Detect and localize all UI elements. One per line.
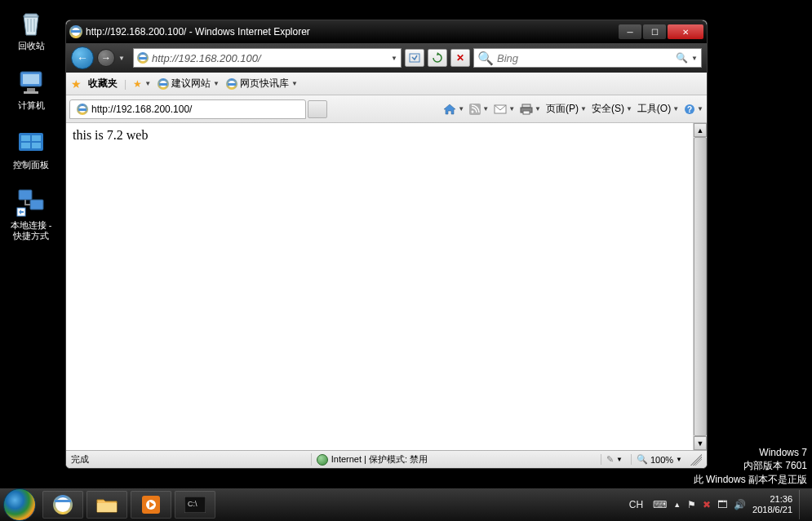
taskbar-cmd-button[interactable]: C:\: [175, 491, 215, 519]
read-mail-button[interactable]: ▼: [494, 104, 515, 114]
command-bar: ▼ ▼ ▼ ▼ 页面(P)▼ 安全(S)▼ 工具(O)▼ ?▼: [443, 102, 703, 116]
search-provider-dropdown[interactable]: ▼: [691, 55, 698, 62]
back-button[interactable]: ←: [71, 46, 94, 69]
ie-window: http://192.168.200.100/ - Windows Intern…: [65, 20, 708, 469]
network-tray-icon[interactable]: 🗔: [717, 499, 727, 510]
computer-icon[interactable]: 计算机: [7, 66, 55, 111]
search-go-button[interactable]: 🔍: [676, 52, 688, 64]
home-button[interactable]: ▼: [443, 104, 464, 115]
taskbar: C:\ CH ⌨ ▲ ⚑ ✖ 🗔 🔊 21:36 2018/6/21: [0, 488, 812, 521]
zoom-control[interactable]: 🔍100%▼: [631, 454, 682, 465]
slice-label: 网页快讯库: [240, 77, 289, 91]
protected-mode-button[interactable]: ✎▼: [601, 454, 623, 465]
security-warn-icon[interactable]: ✖: [703, 499, 711, 510]
add-favorite-button[interactable]: ★▼: [133, 78, 151, 90]
language-indicator[interactable]: CH: [626, 498, 646, 511]
ie-title-icon: [69, 25, 82, 38]
address-dropdown[interactable]: ▼: [391, 55, 397, 62]
svg-text:?: ?: [687, 105, 692, 114]
web-slice-link[interactable]: 网页快讯库▼: [226, 77, 298, 91]
address-favicon-icon: [137, 52, 149, 64]
ie-link-icon: [158, 78, 169, 90]
svg-rect-3: [24, 91, 38, 94]
svg-text:C:\: C:\: [188, 500, 197, 508]
suggested-sites-link[interactable]: 建议网站▼: [158, 77, 220, 91]
svg-rect-12: [410, 54, 419, 62]
nav-history-dropdown[interactable]: ▼: [118, 55, 125, 62]
svg-rect-18: [523, 111, 530, 114]
windows-watermark: Windows 7 内部版本 7601 此 Windows 副本不是正版: [694, 446, 807, 487]
forward-button[interactable]: →: [97, 49, 115, 67]
svg-point-14: [472, 110, 474, 113]
taskbar-explorer-button[interactable]: [87, 491, 127, 519]
compat-view-button[interactable]: [405, 49, 424, 67]
clock[interactable]: 21:36 2018/6/21: [752, 494, 792, 515]
status-text: 完成: [71, 453, 311, 466]
svg-rect-1: [23, 74, 39, 84]
search-bar[interactable]: 🔍 🔍 ▼: [473, 48, 702, 68]
computer-label: 计算机: [18, 100, 45, 111]
control-panel-label: 控制面板: [13, 160, 49, 170]
nav-toolbar: ← → ▼ ▼ ✕ 🔍 🔍 ▼: [66, 43, 707, 73]
vertical-scrollbar[interactable]: ▲ ▼: [693, 123, 707, 450]
volume-icon[interactable]: 🔊: [734, 499, 746, 510]
svg-rect-8: [32, 143, 41, 148]
svg-rect-9: [19, 190, 32, 200]
favorites-bar: ★ 收藏夹 | ★▼ 建议网站▼ 网页快讯库▼: [66, 73, 707, 95]
clock-time: 21:36: [752, 494, 792, 505]
system-tray: CH ⌨ ▲ ⚑ ✖ 🗔 🔊 21:36 2018/6/21: [626, 490, 812, 519]
feeds-button[interactable]: ▼: [469, 104, 489, 115]
scroll-thumb[interactable]: [694, 137, 707, 436]
internet-zone-icon: [317, 454, 328, 466]
new-tab-button[interactable]: [308, 100, 327, 118]
tab-bar: http://192.168.200.100/ ▼ ▼ ▼ ▼ 页面(P)▼ 安…: [66, 95, 707, 123]
address-bar[interactable]: ▼: [133, 48, 402, 68]
tab-favicon-icon: [77, 104, 88, 115]
action-center-icon[interactable]: ⚑: [687, 499, 696, 510]
clock-date: 2018/6/21: [752, 505, 792, 515]
stop-button[interactable]: ✕: [450, 49, 470, 67]
control-panel-icon[interactable]: 控制面板: [7, 126, 55, 170]
favorites-label[interactable]: 收藏夹: [88, 77, 118, 91]
tools-menu[interactable]: 工具(O)▼: [637, 102, 679, 116]
desktop-icons: 回收站 计算机 控制面板 本地连接 - 快捷方式: [7, 7, 55, 241]
start-button[interactable]: [3, 488, 36, 521]
help-button[interactable]: ?▼: [684, 104, 703, 115]
network-shortcut-icon[interactable]: 本地连接 - 快捷方式: [7, 186, 55, 241]
browser-tab[interactable]: http://192.168.200.100/: [69, 99, 306, 119]
os-genuine: 此 Windows 副本不是正版: [694, 473, 807, 487]
taskbar-ie-button[interactable]: [42, 491, 83, 519]
recycle-bin-icon[interactable]: 回收站: [7, 7, 55, 51]
svg-rect-2: [27, 88, 35, 91]
search-input[interactable]: [497, 52, 672, 64]
network-label: 本地连接 - 快捷方式: [7, 220, 55, 241]
zone-label: Internet | 保护模式: 禁用: [331, 453, 428, 466]
os-name: Windows 7: [694, 446, 807, 460]
refresh-button[interactable]: [428, 49, 447, 67]
taskbar-media-button[interactable]: [131, 491, 171, 519]
svg-rect-7: [21, 143, 30, 148]
tab-title: http://192.168.200.100/: [91, 104, 192, 115]
titlebar[interactable]: http://192.168.200.100/ - Windows Intern…: [66, 20, 707, 43]
suggested-label: 建议网站: [171, 77, 211, 91]
window-title: http://192.168.200.100/ - Windows Intern…: [86, 26, 619, 38]
address-input[interactable]: [152, 52, 388, 64]
page-body: this is 7.2 web: [66, 123, 693, 450]
tray-expand-icon[interactable]: ▲: [673, 501, 681, 509]
status-bar: 完成 Internet | 保护模式: 禁用 ✎▼ 🔍100%▼: [66, 450, 707, 468]
maximize-button[interactable]: ☐: [643, 24, 666, 39]
favorites-star-icon[interactable]: ★: [71, 77, 82, 91]
scroll-up-button[interactable]: ▲: [694, 123, 707, 137]
show-desktop-button[interactable]: [799, 490, 805, 519]
search-icon: 🔍: [477, 51, 494, 66]
page-menu[interactable]: 页面(P)▼: [546, 102, 587, 116]
recycle-bin-label: 回收站: [18, 41, 45, 51]
close-button[interactable]: ✕: [668, 24, 703, 39]
svg-rect-5: [21, 135, 30, 141]
ime-icon[interactable]: ⌨: [653, 499, 667, 510]
print-button[interactable]: ▼: [520, 104, 541, 115]
safety-menu[interactable]: 安全(S)▼: [592, 102, 632, 116]
svg-rect-16: [522, 104, 530, 108]
minimize-button[interactable]: ─: [619, 24, 641, 39]
content-area: this is 7.2 web ▲ ▼: [66, 123, 707, 450]
